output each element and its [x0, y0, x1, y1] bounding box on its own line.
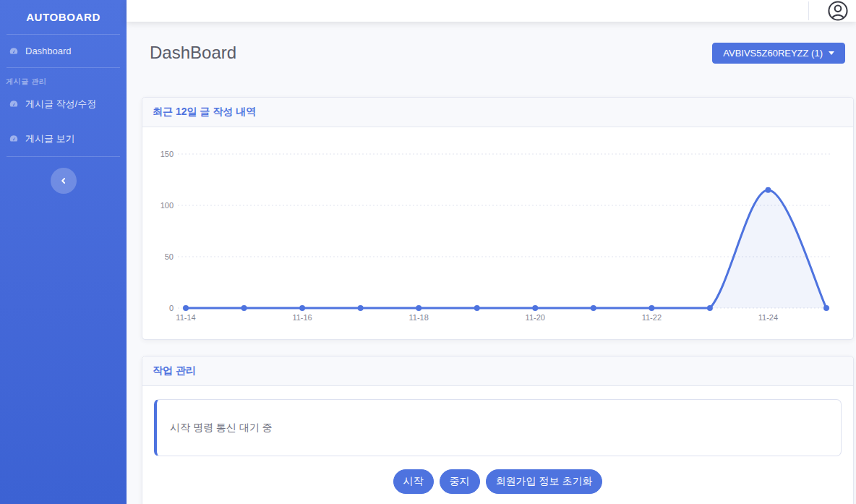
job-management-card: 작업 관리 시작 명령 통신 대기 중 시작 중지 회원가입 정보 초기화 [142, 356, 854, 504]
sidebar-item-label: 게시글 보기 [25, 132, 75, 145]
device-dropdown-label: AVBIVS5Z60REYZZ (1) [723, 48, 823, 59]
sidebar-item-post-view[interactable]: 게시글 보기 [0, 121, 127, 156]
svg-text:50: 50 [165, 252, 174, 261]
start-button[interactable]: 시작 [393, 469, 434, 494]
svg-text:100: 100 [160, 201, 174, 210]
svg-text:11-20: 11-20 [526, 313, 545, 322]
sidebar-item-label: 게시글 작성/수정 [25, 98, 96, 111]
svg-text:0: 0 [169, 304, 174, 312]
caret-down-icon [829, 51, 834, 55]
chevron-left-icon [59, 176, 68, 185]
stop-button[interactable]: 중지 [440, 469, 480, 494]
svg-text:11-14: 11-14 [176, 313, 195, 322]
sidebar-item-label: Dashboard [25, 46, 72, 56]
sidebar: AUTOBOARD Dashboard 게시글 관리 게시글 작성/수정 [0, 0, 127, 504]
sidebar-divider [7, 156, 120, 157]
svg-text:150: 150 [160, 150, 174, 158]
topbar [127, 0, 856, 22]
sidebar-section-heading: 게시글 관리 [0, 68, 127, 87]
job-card-header: 작업 관리 [142, 356, 853, 386]
brand-logo[interactable]: AUTOBOARD [0, 0, 127, 34]
speedometer-icon [9, 99, 19, 109]
status-message-box: 시작 명령 통신 대기 중 [154, 399, 842, 456]
svg-text:11-18: 11-18 [409, 313, 429, 322]
main-area: DashBoard AVBIVS5Z60REYZZ (1) 최근 12일 글 작… [127, 0, 856, 504]
job-card-body: 시작 명령 통신 대기 중 시작 중지 회원가입 정보 초기화 [142, 386, 853, 504]
status-message: 시작 명령 통신 대기 중 [170, 422, 273, 435]
brand-text: AUTOBOARD [26, 11, 100, 23]
chart-body: 05010015011-1411-1611-1811-2011-2211-24 [142, 127, 853, 339]
page-title: DashBoard [150, 43, 236, 63]
recent-posts-chart-card: 최근 12일 글 작성 내역 05010015011-1411-1611-181… [142, 97, 854, 340]
svg-text:11-24: 11-24 [758, 313, 778, 322]
page-content: DashBoard AVBIVS5Z60REYZZ (1) 최근 12일 글 작… [127, 22, 856, 504]
chart-card-header: 최근 12일 글 작성 내역 [142, 98, 853, 127]
reset-signup-info-button[interactable]: 회원가입 정보 초기화 [486, 469, 603, 494]
sidebar-collapse-button[interactable] [51, 168, 77, 194]
speedometer-icon [9, 134, 19, 144]
sidebar-item-dashboard[interactable]: Dashboard [0, 35, 127, 67]
user-menu-button[interactable] [823, 0, 852, 22]
person-circle-icon [827, 0, 849, 22]
svg-text:11-16: 11-16 [292, 313, 312, 322]
device-dropdown-button[interactable]: AVBIVS5Z60REYZZ (1) [712, 43, 845, 64]
speedometer-icon [9, 46, 19, 56]
sidebar-item-post-write-edit[interactable]: 게시글 작성/수정 [0, 87, 127, 121]
topbar-divider [808, 1, 809, 20]
job-actions: 시작 중지 회원가입 정보 초기화 [154, 469, 842, 494]
line-chart: 05010015011-1411-1611-1811-2011-2211-24 [152, 137, 844, 327]
svg-text:11-22: 11-22 [642, 313, 662, 322]
